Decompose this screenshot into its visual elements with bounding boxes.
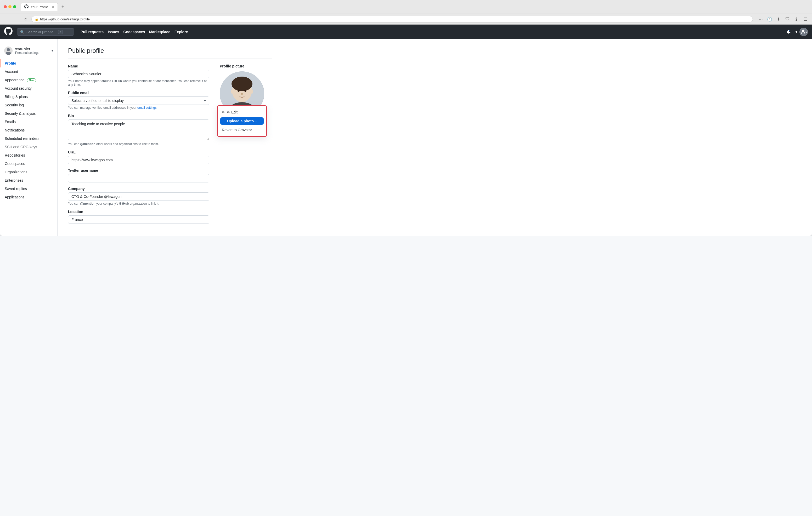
sidebar-item-profile[interactable]: Profile	[0, 59, 57, 67]
sidebar-item-account[interactable]: Account	[0, 67, 57, 76]
browser-addressbar: ← → ↻ 🔒 https://github.com/settings/prof…	[0, 14, 812, 25]
nav-pull-requests[interactable]: Pull requests	[79, 25, 106, 39]
maximize-dot[interactable]	[13, 5, 16, 8]
browser-titlebar: Your Profile ✕ +	[0, 0, 812, 14]
lock-icon: 🔒	[35, 18, 38, 21]
public-email-select[interactable]: Select a verified email to display	[68, 96, 209, 105]
name-input[interactable]	[68, 70, 209, 78]
bio-label: Bio	[68, 114, 209, 118]
public-email-field-group: Public email Select a verified email to …	[68, 91, 209, 110]
page-content: ssaunier Personal settings ▾ Profile Acc…	[0, 39, 812, 236]
public-email-hint: You can manage verified email addresses …	[68, 106, 209, 110]
browser-tab[interactable]: Your Profile ✕	[21, 3, 58, 11]
tab-title: Your Profile	[31, 5, 48, 9]
tab-close-button[interactable]: ✕	[52, 5, 54, 9]
sidebar-item-applications[interactable]: Applications	[0, 193, 57, 201]
create-button[interactable]: + ▾	[793, 30, 798, 34]
company-input[interactable]	[68, 192, 209, 201]
company-label: Company	[68, 187, 209, 191]
company-hint-suffix: your company's GitHub organization to li…	[95, 202, 159, 206]
address-bar[interactable]: 🔒 https://github.com/settings/profile	[31, 16, 753, 23]
twitter-field-group: Twitter username	[68, 168, 209, 182]
email-hint-prefix: You can manage verified email addresses …	[68, 106, 137, 110]
edit-photo-button[interactable]: ✏ ✏ Edit	[218, 108, 266, 116]
profile-layout: Name Your name may appear around GitHub …	[68, 64, 272, 228]
email-settings-link[interactable]: email settings.	[137, 106, 157, 110]
appearance-label: Appearance	[5, 78, 25, 82]
name-label: Name	[68, 64, 209, 68]
profile-form: Name Your name may appear around GitHub …	[68, 64, 209, 228]
shield-button[interactable]: 🛡	[784, 16, 791, 23]
download-button[interactable]: ⬇	[775, 16, 782, 23]
nav-issues[interactable]: Issues	[106, 25, 121, 39]
new-badge: New	[27, 79, 36, 82]
new-tab-button[interactable]: +	[61, 4, 64, 10]
plus-icon: +	[793, 30, 795, 34]
sidebar-item-codespaces[interactable]: Codespaces	[0, 159, 57, 168]
url-label: URL	[68, 150, 209, 154]
menu-button[interactable]: ☰	[802, 16, 809, 23]
sidebar-item-security-analysis[interactable]: Security & analysis	[0, 109, 57, 118]
sidebar-item-ssh-gpg[interactable]: SSH and GPG keys	[0, 143, 57, 151]
info-button[interactable]: ℹ	[793, 16, 800, 23]
search-icon: 🔍	[20, 30, 24, 34]
sidebar-username: ssaunier	[15, 47, 49, 51]
sidebar-avatar	[4, 47, 12, 55]
profile-picture-container: ✏ ✏ Edit Upload a photo... Revert to Gra…	[220, 71, 264, 116]
nav-codespaces[interactable]: Codespaces	[121, 25, 147, 39]
tab-favicon	[24, 4, 29, 9]
bio-hint-suffix: other users and organizations to link to…	[95, 142, 159, 146]
refresh-button[interactable]: ↻	[22, 16, 29, 23]
user-menu-button[interactable]: ▾	[800, 28, 808, 36]
svg-point-11	[251, 90, 253, 94]
chevron-down-icon: ▾	[52, 49, 53, 53]
sidebar-user[interactable]: ssaunier Personal settings ▾	[0, 44, 57, 59]
close-dot[interactable]	[4, 5, 7, 8]
sidebar-item-organizations[interactable]: Organizations	[0, 168, 57, 176]
svg-point-7	[241, 93, 243, 95]
sidebar-item-saved-replies[interactable]: Saved replies	[0, 185, 57, 193]
url-field-group: URL	[68, 150, 209, 164]
sidebar-item-repositories[interactable]: Repositories	[0, 151, 57, 159]
sidebar-sublabel: Personal settings	[15, 51, 49, 55]
company-hint-prefix: You can	[68, 202, 80, 206]
edit-label: ✏ Edit	[227, 110, 237, 114]
extensions-button[interactable]: ⋯	[757, 16, 764, 23]
sidebar-item-account-security[interactable]: Account security	[0, 84, 57, 93]
bio-input[interactable]: Teaching code to creative people.	[68, 119, 209, 140]
profile-picture-section: Profile picture	[220, 64, 272, 228]
browser-dots	[4, 5, 16, 8]
location-input[interactable]	[68, 215, 209, 224]
sidebar-item-security-log[interactable]: Security log	[0, 101, 57, 109]
search-placeholder: Search or jump to...	[26, 30, 56, 34]
sidebar-item-appearance[interactable]: Appearance New	[0, 76, 57, 84]
location-label: Location	[68, 210, 209, 214]
bio-hint-prefix: You can	[68, 142, 80, 146]
github-logo[interactable]	[4, 27, 12, 37]
history-button[interactable]: 🕐	[766, 16, 773, 23]
upload-photo-button[interactable]: Upload a photo...	[220, 117, 264, 125]
notifications-button[interactable]	[787, 30, 791, 34]
name-field-group: Name Your name may appear around GitHub …	[68, 64, 209, 87]
photo-edit-dropdown: ✏ ✏ Edit Upload a photo... Revert to Gra…	[217, 105, 267, 137]
revert-to-gravatar-button[interactable]: Revert to Gravatar	[218, 126, 266, 134]
sidebar-item-emails[interactable]: Emails	[0, 118, 57, 126]
sidebar-item-notifications[interactable]: Notifications	[0, 126, 57, 134]
url-input[interactable]	[68, 156, 209, 164]
forward-button[interactable]: →	[12, 16, 20, 23]
company-hint: You can @mention your company's GitHub o…	[68, 202, 209, 206]
pencil-icon: ✏	[222, 110, 225, 114]
nav-marketplace[interactable]: Marketplace	[147, 25, 172, 39]
twitter-input[interactable]	[68, 174, 209, 182]
sidebar-item-billing[interactable]: Billing & plans	[0, 93, 57, 101]
global-search[interactable]: 🔍 Search or jump to... /	[17, 28, 74, 35]
public-email-label: Public email	[68, 91, 209, 95]
sidebar-user-info: ssaunier Personal settings	[15, 47, 49, 55]
sidebar-item-scheduled-reminders[interactable]: Scheduled reminders	[0, 134, 57, 143]
back-button[interactable]: ←	[3, 16, 10, 23]
sidebar-item-enterprises[interactable]: Enterprises	[0, 176, 57, 185]
sidebar: ssaunier Personal settings ▾ Profile Acc…	[0, 39, 58, 236]
location-field-group: Location	[68, 210, 209, 224]
nav-explore[interactable]: Explore	[172, 25, 190, 39]
minimize-dot[interactable]	[8, 5, 11, 8]
